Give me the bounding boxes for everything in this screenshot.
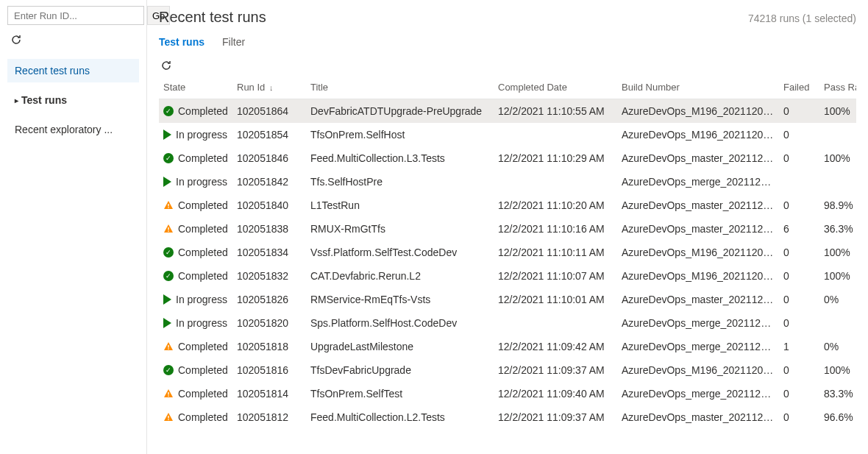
svg-rect-1 <box>168 208 168 208</box>
state-text: Completed <box>178 270 228 282</box>
cell-date: 12/2/2021 11:10:20 AM <box>494 194 617 217</box>
cell-build: AzureDevOps_master_2021120... <box>617 146 779 170</box>
state-text: Completed <box>178 105 228 117</box>
state-text: Completed <box>178 199 228 211</box>
table-row[interactable]: In progress102051854TfsOnPrem.SelfHostAz… <box>159 123 856 146</box>
state-text: In progress <box>176 294 227 305</box>
table-container: State Run Id ↓ Title Completed Date Buil… <box>159 76 856 454</box>
table-row[interactable]: ✓Completed102051816TfsDevFabricUpgrade12… <box>159 358 856 382</box>
state-text: Completed <box>178 223 228 235</box>
cell-date <box>494 170 617 194</box>
nav-recent-test-runs[interactable]: Recent test runs <box>7 59 139 82</box>
sidebar: Go Recent test runs ▸ Test runs Recent e… <box>0 0 147 454</box>
nav-recent-exploratory[interactable]: Recent exploratory ... <box>7 118 139 141</box>
state-text: Completed <box>178 152 228 164</box>
cell-state: In progress <box>159 170 232 194</box>
table-row[interactable]: In progress102051842Tfs.SelfHostPreAzure… <box>159 170 856 194</box>
caret-right-icon: ▸ <box>15 96 18 104</box>
cell-runid: 102051838 <box>232 217 306 241</box>
state-text: Completed <box>178 388 228 400</box>
cell-state: Completed <box>159 217 232 241</box>
runid-search-input[interactable] <box>7 6 144 25</box>
cell-build: AzureDevOps_M196_20211202.5 <box>617 358 779 382</box>
table-row[interactable]: ✓Completed102051832CAT.Devfabric.Rerun.L… <box>159 264 856 288</box>
cell-build: AzureDevOps_M196_20211202.6 <box>617 123 779 146</box>
state-text: Completed <box>178 411 228 423</box>
tab-test-runs[interactable]: Test runs <box>159 36 204 49</box>
cell-failed: 0 <box>779 358 819 382</box>
cell-pass: 0% <box>819 335 856 358</box>
cell-title: CAT.Devfabric.Rerun.L2 <box>306 264 494 288</box>
cell-state: In progress <box>159 311 232 335</box>
cell-failed <box>779 170 819 194</box>
cell-failed: 0 <box>779 194 819 217</box>
cell-runid: 102051812 <box>232 405 306 429</box>
cell-title: RMUX-RmGtTfs <box>306 217 494 241</box>
refresh-table-icon[interactable] <box>160 60 172 71</box>
table-row[interactable]: ✓Completed102051846Feed.MultiCollection.… <box>159 146 856 170</box>
cell-pass: 100% <box>819 241 856 264</box>
runs-table: State Run Id ↓ Title Completed Date Buil… <box>159 76 856 429</box>
nav-test-runs[interactable]: ▸ Test runs <box>7 88 139 112</box>
table-row[interactable]: In progress102051826RMService-RmEqTfs-Vs… <box>159 288 856 311</box>
header-row: Recent test runs 74218 runs (1 selected) <box>159 9 856 26</box>
check-circle-icon: ✓ <box>163 247 174 258</box>
table-row[interactable]: In progress102051820Sps.Platform.SelfHos… <box>159 311 856 335</box>
check-circle-icon: ✓ <box>163 271 174 281</box>
tabs: Test runs Filter <box>159 36 856 49</box>
cell-pass: 100% <box>819 264 856 288</box>
svg-rect-8 <box>168 416 168 419</box>
cell-state: Completed <box>159 194 232 217</box>
col-header-pass[interactable]: Pass Rate <box>819 76 856 99</box>
cell-title: Vssf.Platform.SelfTest.CodeDev <box>306 241 494 264</box>
cell-build: AzureDevOps_M196_20211202.6 <box>617 241 779 264</box>
cell-build: AzureDevOps_merge_2021120... <box>617 170 779 194</box>
col-header-state[interactable]: State <box>159 76 232 99</box>
play-icon <box>163 318 171 328</box>
play-icon <box>163 130 171 140</box>
table-row[interactable]: Completed102051814TfsOnPrem.SelfTest12/2… <box>159 382 856 405</box>
col-header-date[interactable]: Completed Date <box>494 76 617 99</box>
table-row[interactable]: ✓Completed102051834Vssf.Platform.SelfTes… <box>159 241 856 264</box>
cell-title: Feed.MultiCollection.L2.Tests <box>306 405 494 429</box>
refresh-icon[interactable] <box>10 34 22 46</box>
cell-runid: 102051864 <box>232 99 306 124</box>
play-icon <box>163 294 171 305</box>
table-row[interactable]: Completed102051812Feed.MultiCollection.L… <box>159 405 856 429</box>
svg-rect-9 <box>168 419 168 420</box>
cell-state: ✓Completed <box>159 241 232 264</box>
cell-failed: 0 <box>779 99 819 124</box>
cell-state: ✓Completed <box>159 146 232 170</box>
cell-state: ✓Completed <box>159 358 232 382</box>
cell-state: Completed <box>159 335 232 358</box>
cell-title: TfsOnPrem.SelfHost <box>306 123 494 146</box>
run-count-text: 74218 runs (1 selected) <box>748 13 856 24</box>
cell-failed: 0 <box>779 146 819 170</box>
warning-icon <box>163 224 174 234</box>
table-row[interactable]: Completed102051838RMUX-RmGtTfs12/2/2021 … <box>159 217 856 241</box>
cell-runid: 102051854 <box>232 123 306 146</box>
warning-icon <box>163 341 174 352</box>
cell-date: 12/2/2021 11:09:40 AM <box>494 382 617 405</box>
cell-date: 12/2/2021 11:10:16 AM <box>494 217 617 241</box>
page-title: Recent test runs <box>159 9 266 26</box>
col-header-runid-label: Run Id <box>237 82 265 93</box>
col-header-build[interactable]: Build Number <box>617 76 779 99</box>
cell-build: AzureDevOps_master_2021120... <box>617 405 779 429</box>
svg-rect-2 <box>168 227 168 230</box>
sort-desc-icon: ↓ <box>269 83 274 92</box>
table-row[interactable]: Completed102051840L1TestRun12/2/2021 11:… <box>159 194 856 217</box>
tab-filter[interactable]: Filter <box>222 36 245 49</box>
table-row[interactable]: Completed102051818UpgradeLastMilestone12… <box>159 335 856 358</box>
play-icon <box>163 177 171 187</box>
cell-build: AzureDevOps_merge_2021120... <box>617 311 779 335</box>
cell-runid: 102051816 <box>232 358 306 382</box>
table-row[interactable]: ✓Completed102051864DevFabricATDTUpgrade-… <box>159 99 856 124</box>
cell-build: AzureDevOps_master_2021120... <box>617 217 779 241</box>
col-header-title[interactable]: Title <box>306 76 494 99</box>
cell-pass <box>819 170 856 194</box>
col-header-failed[interactable]: Failed <box>779 76 819 99</box>
col-header-runid[interactable]: Run Id ↓ <box>232 76 306 99</box>
search-row: Go <box>7 6 139 25</box>
cell-runid: 102051840 <box>232 194 306 217</box>
